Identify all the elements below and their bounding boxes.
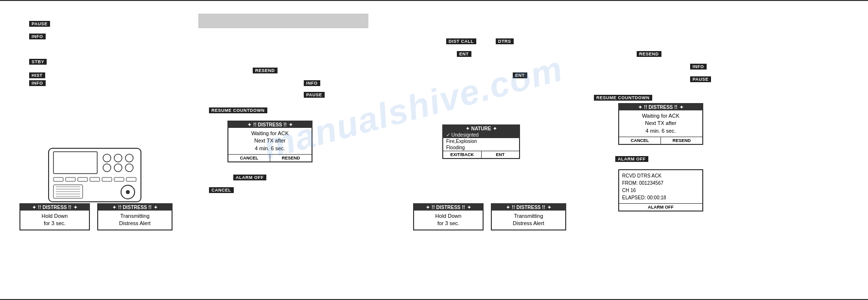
svg-rect-13 (114, 177, 124, 181)
alarm-off-right-button[interactable]: ALARM OFF (615, 156, 648, 162)
distress-waiting-right: ✦ !! DISTRESS !! ✦ Waiting for ACK Next … (618, 103, 703, 145)
distress-header-4: ✦ !! DISTRESS !! ✦ (492, 204, 565, 211)
distress-waiting-left-body: Waiting for ACK Next TX after 4 min. 6 s… (228, 128, 312, 154)
distress-screen-4: ✦ !! DISTRESS !! ✦ Transmitting Distress… (491, 203, 566, 230)
nature-item-2[interactable]: Fire,Explosion (443, 138, 519, 144)
distress-body-3: Hold Down for 3 sec. (414, 211, 483, 229)
distress-waiting-right-footer: CANCEL RESEND (619, 137, 702, 144)
ack-box: RCVD DTRS ACK FROM: 001234567 CH 16 ELAP… (618, 169, 703, 212)
ent2-button[interactable]: ENT (513, 72, 527, 78)
svg-rect-1 (53, 152, 97, 174)
nature-header: ✦ NATURE ✦ (443, 125, 519, 132)
svg-rect-14 (126, 177, 136, 181)
page-container: manualshive.com PAUSE INFO STBY HIST INF… (0, 0, 868, 300)
nature-footer: EXIT/BACK ENT (443, 151, 519, 158)
ack-body: RCVD DTRS ACK FROM: 001234567 CH 16 ELAP… (619, 170, 702, 203)
distress-waiting-left: ✦ !! DISTRESS !! ✦ Waiting for ACK Next … (227, 121, 312, 162)
svg-point-3 (114, 154, 122, 162)
distress-header-3: ✦ !! DISTRESS !! ✦ (414, 204, 483, 211)
svg-point-6 (114, 164, 122, 172)
distress-body-4: Transmitting Distress Alert (492, 211, 565, 229)
resend-button-left[interactable]: RESEND (253, 67, 278, 73)
dtrs-button[interactable]: DTRS (496, 38, 514, 44)
stby-button[interactable]: STBY (29, 58, 47, 65)
distress-waiting-right-body: Waiting for ACK Next TX after 4 min. 6 s… (619, 110, 702, 137)
resend-right-button[interactable]: RESEND (637, 51, 661, 57)
info2-button[interactable]: INFO (29, 80, 46, 86)
alarm-off-left-button[interactable]: ALARM OFF (233, 174, 266, 180)
top-border (0, 0, 868, 1)
cancel-left-button[interactable]: CANCEL (209, 187, 234, 193)
distress-body-2: Transmitting Distress Alert (98, 211, 172, 229)
radio-device (46, 146, 143, 204)
pause-button-left[interactable]: PAUSE (29, 20, 50, 27)
nature-item-1[interactable]: ✓ Undesignted (443, 132, 519, 138)
distress-waiting-left-footer: CANCEL RESEND (228, 154, 312, 161)
info-mid-button[interactable]: INFO (304, 80, 320, 86)
svg-point-7 (125, 164, 133, 172)
distress-screen-3: ✦ !! DISTRESS !! ✦ Hold Down for 3 sec. (413, 203, 484, 230)
svg-point-5 (103, 164, 111, 172)
info-right-button[interactable]: INFO (690, 63, 707, 70)
cancel-foot-btn-right[interactable]: CANCEL (619, 137, 661, 144)
ack-footer[interactable]: ALARM OFF (619, 203, 702, 211)
cancel-foot-btn-left[interactable]: CANCEL (228, 155, 270, 161)
resend-foot-btn-right[interactable]: RESEND (661, 137, 702, 144)
svg-point-4 (125, 154, 133, 162)
dist-call-button[interactable]: DIST CALL (446, 38, 476, 44)
svg-rect-12 (102, 177, 112, 181)
svg-rect-9 (66, 177, 75, 181)
distress-header-1: ✦ !! DISTRESS !! ✦ (20, 204, 89, 211)
info-button-left[interactable]: INFO (29, 33, 46, 39)
ent1-button[interactable]: ENT (457, 51, 471, 57)
nature-box: ✦ NATURE ✦ ✓ Undesignted Fire,Explosion … (442, 124, 520, 159)
svg-point-2 (103, 154, 111, 162)
distress-header-2: ✦ !! DISTRESS !! ✦ (98, 204, 172, 211)
distress-body-1: Hold Down for 3 sec. (20, 211, 89, 229)
pause-mid-button[interactable]: PAUSE (304, 91, 325, 98)
resume-countdown-left-button[interactable]: RESUME COUNTDOWN (209, 107, 267, 113)
svg-point-22 (126, 190, 130, 194)
exit-back-btn[interactable]: EXIT/BACK (443, 151, 482, 158)
nature-item-3[interactable]: Flooding (443, 144, 519, 151)
distress-waiting-right-header: ✦ !! DISTRESS !! ✦ (619, 104, 702, 110)
distress-waiting-left-header: ✦ !! DISTRESS !! ✦ (228, 122, 312, 128)
top-bar (198, 14, 368, 28)
ent-btn[interactable]: ENT (482, 151, 520, 158)
distress-screen-1: ✦ !! DISTRESS !! ✦ Hold Down for 3 sec. (19, 203, 90, 230)
resume-countdown-right-button[interactable]: RESUME COUNTDOWN (594, 94, 652, 101)
hist-button[interactable]: HIST (29, 72, 45, 78)
resend-foot-btn-left[interactable]: RESEND (270, 155, 312, 161)
distress-screen-2: ✦ !! DISTRESS !! ✦ Transmitting Distress… (97, 203, 173, 230)
pause-right-button[interactable]: PAUSE (690, 76, 711, 82)
svg-rect-8 (53, 177, 63, 181)
svg-rect-11 (90, 177, 100, 181)
svg-rect-10 (78, 177, 87, 181)
